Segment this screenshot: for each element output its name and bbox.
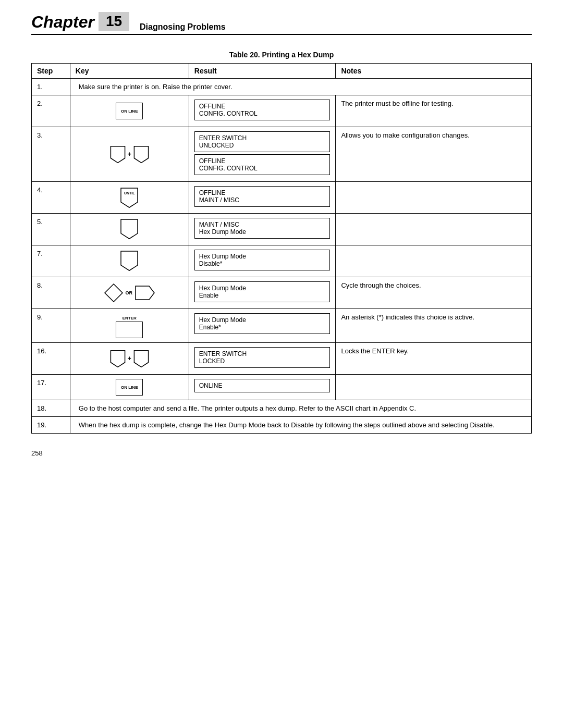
col-header-key: Key [70, 64, 189, 79]
step-cell: 19. [32, 417, 70, 434]
notes-cell: Allows you to make configuration changes… [336, 127, 532, 182]
step-cell: 5. [32, 214, 70, 245]
col-header-notes: Notes [336, 64, 532, 79]
key-cell [70, 245, 189, 277]
key-cell: + [70, 127, 189, 182]
result-cell: ENTER SWITCHUNLOCKEDOFFLINECONFIG. CONTR… [189, 127, 336, 182]
result-cell: Hex Dump ModeDisable* [189, 245, 336, 277]
step-cell: 18. [32, 400, 70, 417]
step-cell: 4. [32, 182, 70, 214]
step-cell: 7. [32, 245, 70, 277]
svg-marker-5 [105, 284, 123, 302]
svg-marker-7 [111, 351, 125, 367]
svg-marker-4 [121, 251, 138, 270]
chapter-number: 15 [99, 12, 129, 31]
step-cell: 3. [32, 127, 70, 182]
step-cell: 1. [32, 79, 70, 95]
full-span-cell: When the hex dump is complete, change th… [70, 417, 531, 434]
notes-cell [336, 245, 532, 277]
key-cell: UNTIL [70, 182, 189, 214]
svg-marker-1 [134, 146, 148, 163]
notes-cell [336, 214, 532, 245]
notes-cell: An asterisk (*) indicates this choice is… [336, 309, 532, 343]
key-cell: ENTER [70, 309, 189, 343]
chapter-title: Diagnosing Problems [140, 22, 532, 32]
svg-marker-0 [111, 146, 125, 163]
step-cell: 16. [32, 343, 70, 375]
key-cell: ON LINE [70, 375, 189, 400]
step-cell: 17. [32, 375, 70, 400]
full-span-cell: Go to the host computer and send a file.… [70, 400, 531, 417]
step-cell: 9. [32, 309, 70, 343]
key-cell: + [70, 343, 189, 375]
result-cell: ENTER SWITCHLOCKED [189, 343, 336, 375]
result-cell: OFFLINECONFIG. CONTROL [189, 95, 336, 127]
main-table: Step Key Result Notes 1. Make sure the p… [31, 63, 532, 434]
col-header-result: Result [189, 64, 336, 79]
chapter-label: Chapter [31, 13, 94, 32]
full-span-cell: Make sure the printer is on. Raise the p… [70, 79, 531, 95]
svg-marker-8 [134, 351, 148, 367]
step-cell: 8. [32, 277, 70, 309]
result-cell: Hex Dump ModeEnable [189, 277, 336, 309]
svg-marker-3 [121, 219, 138, 239]
col-header-step: Step [32, 64, 70, 79]
result-cell: Hex Dump ModeEnable* [189, 309, 336, 343]
page-header: Chapter 15 Diagnosing Problems [31, 0, 532, 35]
notes-cell: Cycle through the choices. [336, 277, 532, 309]
result-cell: MAINT / MISCHex Dump Mode [189, 214, 336, 245]
notes-cell: The printer must be offline for testing. [336, 95, 532, 127]
step-cell: 2. [32, 95, 70, 127]
result-cell: ONLINE [189, 375, 336, 400]
page-number: 258 [31, 449, 532, 457]
key-cell: ON LINE [70, 95, 189, 127]
key-cell [70, 214, 189, 245]
notes-cell [336, 375, 532, 400]
notes-cell: Locks the ENTER key. [336, 343, 532, 375]
key-cell: OR [70, 277, 189, 309]
notes-cell [336, 182, 532, 214]
table-title: Table 20. Printing a Hex Dump [31, 51, 532, 59]
result-cell: OFFLINEMAINT / MISC [189, 182, 336, 214]
svg-marker-6 [136, 286, 154, 300]
